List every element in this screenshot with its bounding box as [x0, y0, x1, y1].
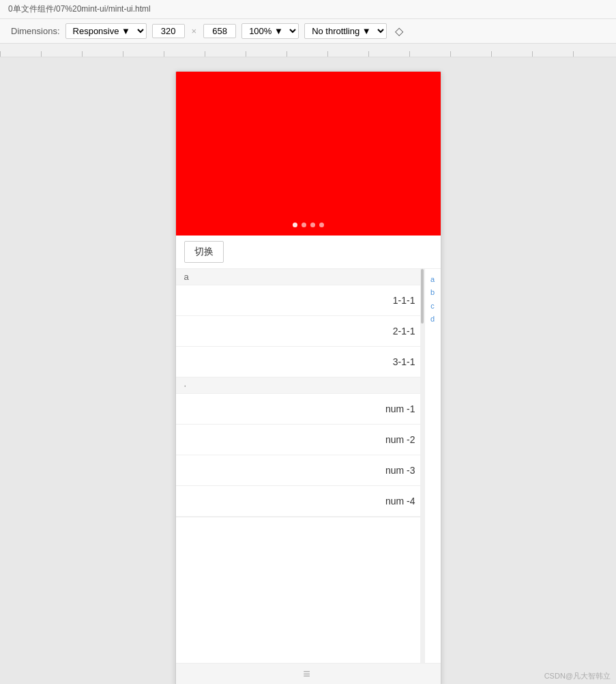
watermark: CSDN@凡大智韩立: [544, 671, 611, 681]
dimension-separator: ×: [192, 26, 197, 36]
list-item[interactable]: 2-1-1: [176, 316, 424, 347]
ruler-tick: [246, 51, 287, 57]
index-letter-d[interactable]: d: [430, 314, 435, 324]
carousel-dot-2[interactable]: [302, 223, 306, 227]
title-bar: 0单文件组件/07%20mint-ui/mint-ui.html: [0, 0, 616, 19]
switch-button[interactable]: 切换: [184, 241, 224, 263]
ruler-tick: [0, 51, 41, 57]
ruler-tick: [491, 51, 532, 57]
ruler-tick: [368, 51, 409, 57]
ruler-tick: [82, 51, 123, 57]
index-letter-c[interactable]: c: [430, 301, 435, 311]
index-letter-a[interactable]: a: [430, 274, 435, 285]
section-header-a: a: [176, 269, 424, 285]
item-label: num -1: [385, 403, 415, 414]
item-label: num -4: [385, 496, 415, 507]
carousel-dots: [293, 223, 324, 227]
dimensions-label: Dimensions:: [11, 26, 60, 36]
throttle-select[interactable]: No throttling ▼: [304, 23, 387, 39]
item-label: num -2: [385, 434, 415, 445]
ruler-tick: [123, 51, 164, 57]
section-header-dot: ·: [176, 377, 424, 394]
carousel-dot-4[interactable]: [319, 223, 324, 227]
ruler-tick: [532, 51, 573, 57]
height-input[interactable]: [203, 24, 236, 38]
carousel-dot-3[interactable]: [310, 223, 315, 227]
bottom-bar: ≡: [176, 663, 441, 684]
capture-button[interactable]: ◇: [392, 23, 406, 39]
list-item[interactable]: num -1: [176, 394, 424, 425]
ruler-marks: [0, 44, 616, 57]
item-label: num -3: [385, 465, 415, 476]
item-label: 1-1-1: [393, 295, 415, 306]
ruler-tick: [573, 51, 614, 57]
ruler-tick: [409, 51, 450, 57]
responsive-select[interactable]: Responsive ▼: [65, 23, 147, 39]
carousel: [176, 72, 441, 236]
ruler-tick: [41, 51, 82, 57]
indexed-list: a 1-1-1 2-1-1 3-1-1 · num -1 num -2: [176, 269, 441, 663]
list-main[interactable]: a 1-1-1 2-1-1 3-1-1 · num -1 num -2: [176, 269, 424, 663]
main-area: 切换 a 1-1-1 2-1-1 3-1-1 · num: [0, 57, 616, 684]
ruler-tick: [287, 51, 327, 57]
width-input[interactable]: [152, 24, 185, 38]
ruler-tick: [327, 51, 368, 57]
bottom-bar-icon: ≡: [303, 667, 313, 681]
ruler: [0, 44, 616, 57]
zoom-select[interactable]: 100% ▼: [241, 23, 299, 39]
item-label: 2-1-1: [393, 326, 415, 337]
scrollbar-track[interactable]: [420, 269, 424, 663]
item-label: 3-1-1: [393, 356, 415, 367]
index-letter-b[interactable]: b: [430, 287, 435, 298]
title-text: 0单文件组件/07%20mint-ui/mint-ui.html: [8, 3, 151, 15]
ruler-tick: [450, 51, 491, 57]
index-sidebar: a b c d: [424, 269, 441, 663]
ruler-tick: [205, 51, 246, 57]
carousel-dot-1[interactable]: [293, 223, 297, 227]
list-item[interactable]: num -4: [176, 486, 424, 517]
ruler-tick: [164, 51, 205, 57]
list-item[interactable]: 1-1-1: [176, 285, 424, 316]
device-frame: 切换 a 1-1-1 2-1-1 3-1-1 · num: [175, 71, 441, 684]
scrollbar-thumb[interactable]: [421, 269, 424, 324]
list-item[interactable]: 3-1-1: [176, 347, 424, 377]
list-item[interactable]: num -2: [176, 425, 424, 455]
switch-section: 切换: [176, 236, 441, 269]
list-item[interactable]: num -3: [176, 455, 424, 486]
toolbar: Dimensions: Responsive ▼ × 100% ▼ No thr…: [0, 19, 616, 44]
